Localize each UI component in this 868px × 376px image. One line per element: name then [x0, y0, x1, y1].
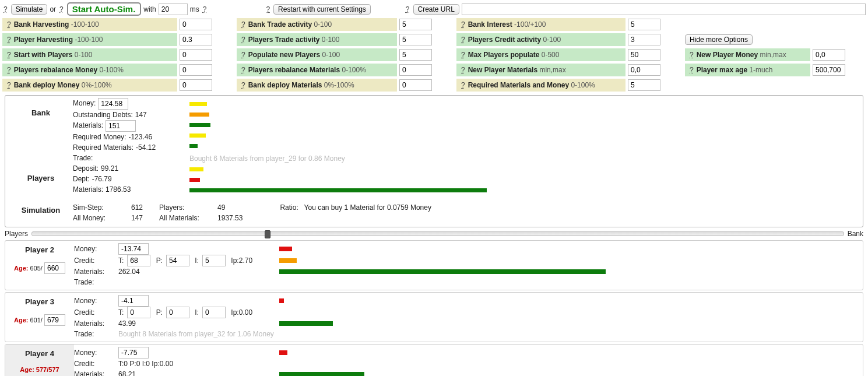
player-age-max-input[interactable] — [44, 262, 65, 274]
help-icon[interactable]: ? — [240, 66, 247, 74]
help-ms[interactable]: ? — [202, 5, 208, 13]
help-restart[interactable]: ? — [265, 5, 271, 13]
help-icon[interactable]: ? — [240, 51, 247, 59]
setting-label: ?New Player Materials min,max — [456, 64, 625, 76]
setting-input[interactable] — [180, 49, 212, 61]
bank-title: Bank — [9, 98, 73, 117]
setting-input[interactable] — [180, 64, 212, 76]
bank-debts-value: 147 — [135, 110, 147, 120]
help-icon[interactable]: ? — [6, 36, 12, 44]
ms-input[interactable] — [159, 3, 188, 15]
player-name: Player 2 — [8, 245, 72, 254]
bank-reqmat-bar — [189, 144, 198, 148]
setting-label: ?Required Materials and Money 0-100% — [456, 79, 625, 92]
help-icon[interactable]: ? — [6, 20, 12, 29]
all-materials-label: All Materials: — [159, 213, 212, 223]
all-materials-value: 1937.53 — [217, 213, 243, 223]
setting-input[interactable] — [628, 34, 660, 45]
help-icon[interactable]: ? — [6, 66, 12, 74]
setting-label: ?Max Players populate 0-500 — [456, 48, 625, 61]
slider-left-label: Players — [5, 230, 28, 238]
bank-materials-input[interactable] — [106, 120, 136, 132]
setting-label: ?Bank deploy Money 0%-100% — [2, 79, 177, 92]
player-card: Player 3Age: 601/ Money:Credit:T: P: I: … — [5, 292, 863, 342]
help-icon[interactable]: ? — [688, 51, 695, 59]
players-bank-slider[interactable] — [31, 231, 844, 236]
help-icon[interactable]: ? — [460, 20, 466, 29]
slider-right-label: Bank — [848, 230, 863, 238]
help-icon[interactable]: ? — [460, 51, 466, 59]
setting-input[interactable] — [180, 79, 212, 91]
credit-p-input[interactable] — [166, 255, 189, 266]
bank-money-input[interactable] — [98, 98, 128, 110]
setting-label: ?Players Trade activity 0-100 — [237, 33, 397, 46]
setting-label: ?Players rebalance Money 0-100% — [2, 64, 177, 76]
setting-input[interactable] — [628, 79, 660, 91]
player-materials-value: 68.21 — [118, 369, 136, 376]
players-title: Players — [9, 163, 73, 182]
overview-panel: Bank Money: Outstanding Debts: 147 Mater… — [5, 95, 863, 227]
setting-input[interactable] — [399, 64, 432, 76]
help-icon[interactable]: ? — [6, 51, 12, 59]
help-simulate[interactable]: ? — [2, 5, 9, 13]
setting-input[interactable] — [399, 79, 432, 91]
player-money-input[interactable] — [118, 295, 149, 307]
start-auto-sim-button[interactable]: Start Auto-Sim. — [67, 2, 142, 16]
credit-t-input[interactable] — [127, 307, 150, 318]
help-icon[interactable]: ? — [460, 81, 466, 89]
bank-money-label: Money: — [73, 98, 96, 110]
help-icon[interactable]: ? — [460, 66, 466, 74]
help-autosim[interactable]: ? — [58, 5, 65, 13]
player-card: Player 4Age: 577/577Money:Credit:T:0 P:0… — [5, 344, 863, 376]
bank-reqmat-label: Required Materials: — [73, 142, 133, 153]
player-credit-bar — [279, 258, 297, 263]
help-icon[interactable]: ? — [6, 81, 12, 89]
setting-input[interactable] — [180, 19, 212, 30]
player-materials-bar — [279, 372, 364, 376]
sim-step-label: Sim-Step: — [73, 202, 125, 213]
player-name: Player 3 — [8, 297, 72, 306]
setting-label: ?Bank Trade activity 0-100 — [237, 18, 397, 31]
help-icon[interactable]: ? — [460, 36, 466, 44]
bank-debts-bar — [189, 113, 209, 117]
setting-input[interactable] — [628, 19, 660, 30]
url-output-input[interactable] — [462, 3, 866, 15]
ratio-label: Ratio: — [280, 203, 298, 212]
help-createurl[interactable]: ? — [405, 5, 411, 13]
setting-input[interactable] — [399, 49, 432, 61]
setting-input[interactable] — [399, 19, 432, 30]
setting-input[interactable] — [813, 49, 845, 61]
setting-input[interactable] — [628, 49, 660, 61]
player-money-input[interactable] — [118, 347, 149, 359]
bank-reqmoney-label: Required Money: — [73, 132, 126, 142]
with-text: with — [143, 5, 156, 13]
credit-p-input[interactable] — [166, 307, 189, 318]
credit-t-input[interactable] — [127, 255, 150, 266]
setting-label: ?Bank Interest -100/+100 — [456, 18, 625, 31]
players-count-value: 49 — [217, 202, 243, 213]
sim-step-value: 612 — [131, 202, 143, 213]
setting-input[interactable] — [628, 64, 660, 76]
player-materials-bar — [279, 321, 333, 326]
help-icon[interactable]: ? — [688, 66, 695, 74]
player-money-bar — [279, 350, 287, 355]
bank-reqmoney-value: -123.46 — [128, 132, 152, 142]
help-icon[interactable]: ? — [240, 20, 247, 29]
setting-label: ?Start with Players 0-100 — [2, 48, 177, 61]
help-icon[interactable]: ? — [240, 36, 247, 44]
help-icon[interactable]: ? — [240, 81, 247, 89]
credit-i-input[interactable] — [202, 255, 226, 266]
setting-input[interactable] — [180, 34, 212, 45]
player-age-max-input[interactable] — [44, 314, 65, 326]
setting-input[interactable] — [813, 64, 845, 76]
simulate-button[interactable]: Simulate — [11, 4, 48, 15]
player-money-input[interactable] — [118, 243, 149, 255]
setting-input[interactable] — [399, 34, 432, 45]
players-deposit-bar — [189, 167, 203, 171]
restart-button[interactable]: Restart with current Settings — [273, 4, 371, 15]
credit-i-input[interactable] — [202, 307, 226, 318]
slider-thumb[interactable] — [265, 230, 270, 238]
setting-label: ?New Player Money min,max — [685, 48, 810, 61]
hide-more-options-button[interactable]: Hide more Options — [685, 34, 753, 45]
create-url-button[interactable]: Create URL — [413, 4, 459, 15]
